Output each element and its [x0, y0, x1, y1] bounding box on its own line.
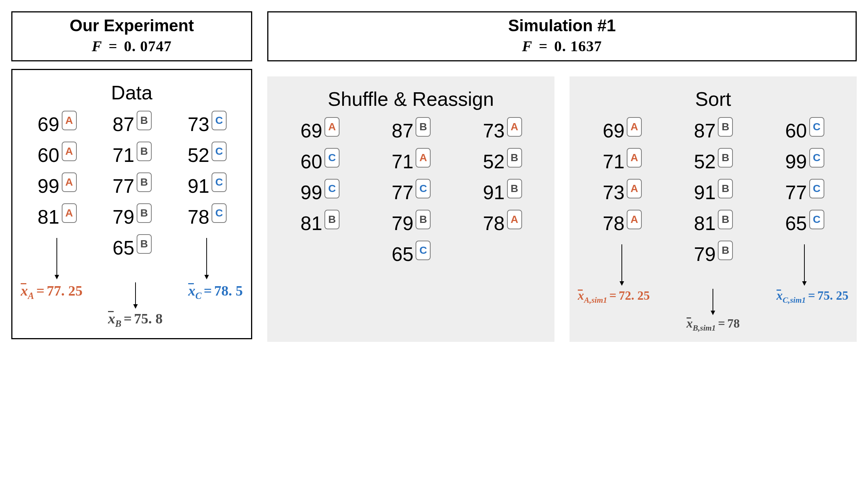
data-col-b: 87B71B77B79B65B: [113, 114, 151, 281]
data-cell: 65C: [785, 213, 824, 233]
group-tag-a: A: [324, 117, 340, 137]
group-tag-c: C: [212, 172, 227, 192]
data-cell: 69A: [38, 114, 76, 134]
group-tag-c: C: [416, 241, 431, 260]
data-cell: 91B: [483, 183, 521, 202]
sort-panel: Sort 69A71A73A78A 87B52B91B81B79B 60C99C…: [570, 76, 857, 342]
group-tag-b: B: [718, 117, 733, 137]
sort-panel-title: Sort: [576, 88, 850, 110]
data-cell: 77C: [392, 183, 430, 202]
shuffle-col-2: 87B71A77C79B65C: [392, 121, 430, 275]
data-cell: 91C: [187, 176, 226, 196]
svg-marker-3: [204, 275, 209, 279]
data-cell: 78A: [483, 213, 521, 233]
f-value: 0. 1637: [554, 38, 602, 55]
f-variable: F: [522, 38, 532, 55]
data-cell: 79B: [113, 207, 151, 227]
group-tag-a: A: [627, 117, 642, 137]
svg-marker-11: [711, 311, 715, 315]
data-panel-title: Data: [19, 81, 244, 104]
group-tag-c: C: [416, 179, 431, 198]
svg-marker-5: [133, 304, 138, 309]
sort-col-b: 87B52B91B81B79B: [694, 121, 732, 287]
data-cell: 81B: [694, 213, 732, 233]
group-tag-a: A: [62, 203, 77, 223]
sort-means: xA,sim1=72. 25 xB,sim1=78 xC,sim1=75. 25: [576, 289, 850, 333]
simulation-f-stat: F = 0. 1637: [276, 37, 848, 55]
our-experiment-section: Our Experiment F = 0. 0747 Data 69A60A99…: [11, 11, 252, 339]
shuffle-columns: 69A60C99C81B 87B71A77C79B65C 73A52B91B78…: [274, 121, 548, 275]
data-cell: 87B: [392, 121, 430, 140]
group-tag-a: A: [416, 148, 431, 168]
data-cell: 52C: [187, 145, 226, 165]
mean-a: xA=77. 25: [21, 282, 82, 301]
svg-marker-7: [620, 281, 624, 286]
data-cell: 81B: [300, 213, 339, 233]
sort-columns: 69A71A73A78A 87B52B91B81B79B 60C99C77C65…: [576, 121, 850, 287]
group-tag-a: A: [507, 210, 522, 229]
group-tag-a: A: [627, 179, 642, 198]
data-cell: 87B: [694, 121, 732, 140]
svg-marker-9: [802, 281, 807, 286]
arrow-down-icon: [619, 244, 624, 287]
simulation-title: Simulation #1: [276, 16, 848, 35]
data-cell: 65B: [113, 238, 151, 258]
group-tag-b: B: [137, 142, 152, 161]
group-tag-c: C: [212, 203, 227, 223]
sort-mean-b: xB,sim1=78: [687, 317, 740, 333]
group-tag-b: B: [416, 117, 431, 137]
sort-col-c: 60C99C77C65C: [785, 121, 824, 287]
data-cell: 60C: [300, 152, 339, 171]
data-cell: 81A: [38, 207, 76, 227]
group-tag-a: A: [62, 142, 77, 161]
arrow-down-icon: [204, 238, 209, 281]
group-tag-b: B: [137, 203, 152, 223]
sort-col-a: 69A71A73A78A: [603, 121, 641, 287]
data-means: xA=77. 25 xB=75. 8 xC=78. 5: [19, 282, 244, 329]
data-cell: 69A: [603, 121, 641, 140]
data-cell: 99A: [38, 176, 76, 196]
data-cell: 79B: [392, 213, 430, 233]
group-tag-b: B: [324, 210, 340, 229]
group-tag-a: A: [62, 172, 77, 192]
data-cell: 60C: [785, 121, 824, 140]
group-tag-b: B: [416, 210, 431, 229]
group-tag-c: C: [809, 210, 824, 229]
data-cell: 77C: [785, 183, 824, 202]
data-cell: 71A: [603, 152, 641, 171]
data-cell: 91B: [694, 183, 732, 202]
shuffle-panel-title: Shuffle & Reassign: [274, 88, 548, 110]
group-tag-b: B: [718, 210, 733, 229]
data-panel: Data 69A60A99A81A 87B71B77B79B65B 73C52C…: [11, 69, 252, 339]
shuffle-col-1: 69A60C99C81B: [300, 121, 339, 275]
group-tag-a: A: [627, 210, 642, 229]
arrow-down-icon: [710, 289, 716, 317]
data-cell: 65C: [392, 244, 430, 264]
arrow-down-icon: [133, 282, 138, 310]
group-tag-b: B: [718, 148, 733, 168]
data-columns: 69A60A99A81A 87B71B77B79B65B 73C52C91C78…: [19, 114, 244, 281]
data-cell: 79B: [694, 244, 732, 264]
simulation-header: Simulation #1 F = 0. 1637: [267, 11, 857, 61]
data-col-c: 73C52C91C78C: [187, 114, 226, 281]
group-tag-c: C: [809, 179, 824, 198]
group-tag-c: C: [324, 179, 340, 198]
f-value: 0. 0747: [124, 38, 172, 55]
arrow-down-icon: [54, 238, 59, 281]
group-tag-b: B: [137, 172, 152, 192]
mean-b: xB=75. 8: [108, 310, 163, 329]
shuffle-col-3: 73A52B91B78A: [483, 121, 521, 275]
group-tag-b: B: [137, 111, 152, 130]
simulation-section: Simulation #1 F = 0. 1637 Shuffle & Reas…: [267, 11, 857, 342]
group-tag-c: C: [212, 142, 227, 161]
data-cell: 69A: [300, 121, 339, 140]
our-experiment-header: Our Experiment F = 0. 0747: [11, 11, 252, 61]
data-col-a: 69A60A99A81A: [38, 114, 76, 281]
group-tag-b: B: [137, 234, 152, 254]
data-cell: 71B: [113, 145, 151, 165]
arrow-down-icon: [802, 244, 807, 287]
group-tag-b: B: [507, 179, 522, 198]
group-tag-c: C: [809, 117, 824, 137]
shuffle-panel: Shuffle & Reassign 69A60C99C81B 87B71A77…: [267, 76, 554, 342]
data-cell: 60A: [38, 145, 76, 165]
